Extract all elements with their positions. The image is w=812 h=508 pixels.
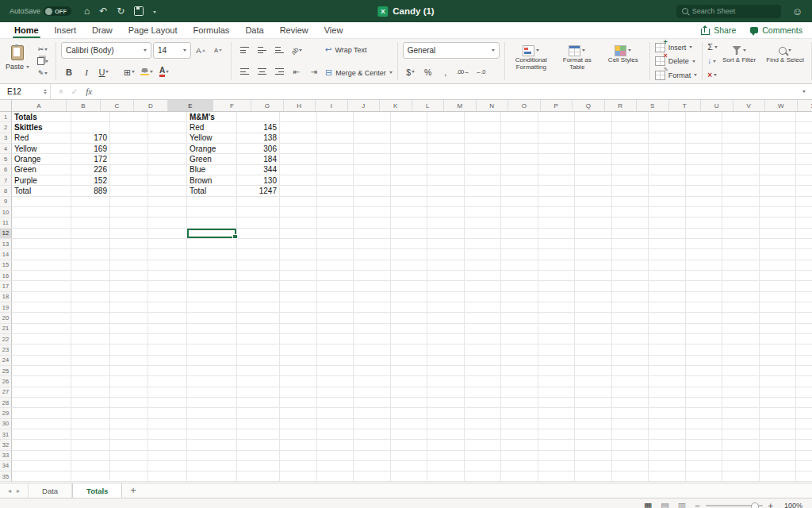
cell-R9[interactable] [686, 197, 723, 207]
cell-G17[interactable] [280, 281, 317, 291]
increase-font-size-button[interactable]: A [193, 43, 209, 58]
cell-B18[interactable] [71, 292, 110, 302]
cell-T33[interactable] [760, 451, 797, 461]
cell-N35[interactable] [538, 471, 576, 482]
cell-Q27[interactable] [649, 387, 686, 398]
cell-K6[interactable] [427, 165, 465, 175]
cell-Q32[interactable] [649, 440, 686, 450]
cell-N8[interactable] [538, 186, 576, 196]
column-header-B[interactable]: B [67, 100, 101, 111]
zoom-out-button[interactable]: − [695, 501, 699, 508]
cell-E29[interactable] [187, 408, 237, 418]
cell-R20[interactable] [686, 313, 723, 323]
cell-S29[interactable] [722, 408, 760, 418]
cell-U23[interactable] [796, 344, 812, 355]
cell-M9[interactable] [501, 197, 538, 207]
cell-I31[interactable] [354, 429, 391, 440]
cell-M19[interactable] [501, 302, 538, 313]
cell-I29[interactable] [354, 408, 391, 418]
cell-L32[interactable] [465, 440, 502, 450]
cell-Q5[interactable] [649, 154, 686, 164]
cell-N24[interactable] [538, 356, 576, 366]
cell-A8[interactable]: Total [12, 186, 71, 196]
cell-J30[interactable] [391, 419, 428, 429]
cell-K9[interactable] [427, 197, 465, 207]
cell-E14[interactable] [187, 249, 237, 260]
cell-O3[interactable] [575, 133, 612, 144]
cell-D33[interactable] [148, 451, 187, 461]
cell-N21[interactable] [538, 324, 576, 334]
cell-G23[interactable] [280, 344, 317, 355]
cell-A20[interactable] [12, 313, 71, 323]
align-right-button[interactable] [271, 64, 287, 79]
cell-Q29[interactable] [649, 408, 686, 418]
cell-H31[interactable] [317, 429, 354, 440]
cell-C32[interactable] [110, 440, 148, 450]
cell-B16[interactable] [71, 271, 110, 281]
cell-T16[interactable] [760, 271, 797, 281]
tab-insert[interactable]: Insert [47, 22, 85, 38]
cell-R34[interactable] [686, 461, 723, 471]
cell-P15[interactable] [612, 260, 649, 271]
cell-J28[interactable] [391, 398, 428, 408]
cell-S2[interactable] [722, 122, 760, 133]
cell-G25[interactable] [280, 366, 317, 376]
cell-B27[interactable] [71, 387, 110, 398]
cell-L11[interactable] [465, 217, 502, 228]
cell-D3[interactable] [148, 133, 187, 144]
cell-E23[interactable] [187, 344, 237, 355]
cell-D16[interactable] [148, 271, 187, 281]
cell-O19[interactable] [575, 302, 612, 313]
cell-E22[interactable] [187, 334, 237, 344]
cell-M24[interactable] [501, 356, 538, 366]
cell-T13[interactable] [760, 239, 797, 249]
cell-C7[interactable] [110, 175, 148, 186]
cell-F12[interactable] [237, 229, 280, 239]
cell-J3[interactable] [391, 133, 428, 144]
cell-C17[interactable] [110, 281, 148, 291]
cell-N1[interactable] [538, 112, 576, 122]
cell-G8[interactable] [280, 186, 317, 196]
cell-J15[interactable] [391, 260, 428, 271]
cell-L10[interactable] [465, 207, 502, 217]
cell-S11[interactable] [722, 217, 760, 228]
cell-H9[interactable] [317, 197, 354, 207]
cell-K20[interactable] [427, 313, 465, 323]
cell-F23[interactable] [237, 344, 280, 355]
cell-G5[interactable] [280, 154, 317, 164]
cell-I10[interactable] [354, 207, 391, 217]
cell-G12[interactable] [280, 229, 317, 239]
cell-C23[interactable] [110, 344, 148, 355]
cell-G24[interactable] [280, 356, 317, 366]
cell-F18[interactable] [237, 292, 280, 302]
cell-C34[interactable] [110, 461, 148, 471]
cell-P30[interactable] [612, 419, 649, 429]
cell-F5[interactable]: 184 [237, 154, 280, 164]
name-box[interactable]: E12 [0, 84, 51, 99]
cell-T34[interactable] [760, 461, 797, 471]
cell-N15[interactable] [538, 260, 576, 271]
cell-P16[interactable] [612, 271, 649, 281]
cell-A28[interactable] [12, 398, 71, 408]
cell-B22[interactable] [71, 334, 110, 344]
cell-S32[interactable] [722, 440, 760, 450]
cell-M27[interactable] [501, 387, 538, 398]
cell-R15[interactable] [686, 260, 723, 271]
cell-K24[interactable] [427, 356, 465, 366]
cell-N34[interactable] [538, 461, 576, 471]
cell-A22[interactable] [12, 334, 71, 344]
cell-U15[interactable] [796, 260, 812, 271]
cell-I26[interactable] [354, 376, 391, 387]
cell-H28[interactable] [317, 398, 354, 408]
cell-R28[interactable] [686, 398, 723, 408]
cell-K31[interactable] [427, 429, 465, 440]
cell-S27[interactable] [722, 387, 760, 398]
cell-E27[interactable] [187, 387, 237, 398]
cell-N13[interactable] [538, 239, 576, 249]
cell-C6[interactable] [110, 165, 148, 175]
cell-Q19[interactable] [649, 302, 686, 313]
cell-M18[interactable] [501, 292, 538, 302]
column-header-D[interactable]: D [134, 100, 168, 111]
cell-D10[interactable] [148, 207, 187, 217]
cell-I8[interactable] [354, 186, 391, 196]
